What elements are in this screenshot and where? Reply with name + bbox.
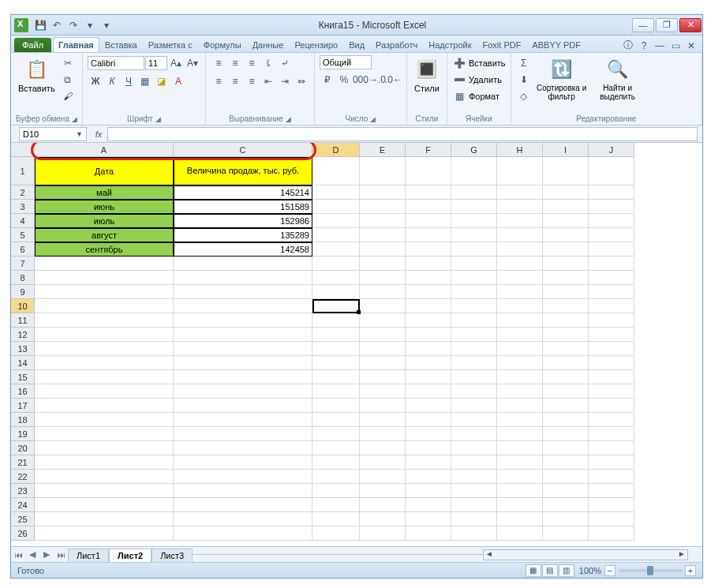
- cell-J4[interactable]: [589, 214, 634, 228]
- cell-C19[interactable]: [174, 427, 312, 441]
- cell-J1[interactable]: [589, 157, 634, 185]
- cell-C6[interactable]: 142458: [174, 242, 312, 257]
- cell-A6[interactable]: сентябрь: [35, 242, 174, 257]
- cell-G11[interactable]: [451, 313, 497, 328]
- cell-A15[interactable]: [35, 370, 174, 384]
- qat-more-2[interactable]: ▾: [99, 18, 114, 32]
- cell-D18[interactable]: [312, 413, 360, 427]
- sheet-tab-Лист2[interactable]: Лист2: [109, 549, 152, 562]
- ribbon-tab-5[interactable]: Рецензиро: [289, 37, 343, 52]
- percent-button[interactable]: %: [336, 72, 352, 88]
- cell-E2[interactable]: [360, 185, 406, 200]
- cell-G5[interactable]: [451, 228, 497, 242]
- row-header-15[interactable]: 15: [11, 370, 35, 384]
- cell-J20[interactable]: [589, 441, 634, 455]
- cell-H13[interactable]: [497, 342, 543, 356]
- cell-J23[interactable]: [589, 484, 634, 498]
- cell-D5[interactable]: [312, 228, 360, 242]
- cell-F4[interactable]: [406, 214, 451, 228]
- ribbon-tab-7[interactable]: Разработч: [370, 37, 423, 52]
- cell-F21[interactable]: [406, 455, 451, 470]
- cell-H14[interactable]: [497, 356, 543, 370]
- cell-I4[interactable]: [543, 214, 589, 228]
- zoom-in-button[interactable]: +: [685, 565, 696, 576]
- file-tab[interactable]: Файл: [14, 38, 51, 52]
- cell-H24[interactable]: [497, 498, 543, 512]
- dialog-launcher-icon[interactable]: ◢: [370, 115, 376, 123]
- cell-F18[interactable]: [406, 413, 451, 427]
- cell-J6[interactable]: [589, 242, 634, 257]
- cell-A4[interactable]: июль: [35, 214, 174, 228]
- cell-C23[interactable]: [174, 484, 312, 498]
- cell-C26[interactable]: [174, 526, 312, 541]
- ribbon-tab-2[interactable]: Разметка с: [143, 37, 198, 52]
- cell-J25[interactable]: [589, 512, 634, 526]
- cell-A17[interactable]: [35, 399, 174, 413]
- cell-G16[interactable]: [451, 384, 497, 399]
- cell-F10[interactable]: [406, 299, 451, 313]
- cell-G7[interactable]: [451, 257, 497, 271]
- cell-I25[interactable]: [543, 512, 589, 526]
- sheet-tab-Лист3[interactable]: Лист3: [152, 549, 193, 562]
- shrink-font-button[interactable]: A▾: [185, 55, 200, 71]
- cell-C2[interactable]: 145214: [174, 185, 312, 200]
- cell-D24[interactable]: [312, 498, 360, 512]
- ribbon-tab-3[interactable]: Формулы: [198, 37, 247, 52]
- row-header-10[interactable]: 10: [11, 299, 35, 313]
- cut-button[interactable]: ✂: [60, 55, 76, 71]
- cell-E25[interactable]: [360, 512, 406, 526]
- cell-D22[interactable]: [312, 470, 360, 484]
- cell-G9[interactable]: [451, 285, 497, 299]
- row-header-14[interactable]: 14: [11, 356, 35, 370]
- align-bottom-button[interactable]: ≡: [244, 55, 260, 71]
- cell-D10[interactable]: [312, 299, 360, 313]
- align-center-button[interactable]: ≡: [227, 73, 243, 89]
- fx-button[interactable]: fx: [90, 129, 107, 139]
- fill-button[interactable]: ⬇: [516, 72, 532, 88]
- cell-J8[interactable]: [589, 271, 634, 285]
- cell-J9[interactable]: [589, 285, 634, 299]
- tab-nav-next[interactable]: ▶: [39, 549, 54, 560]
- cell-D14[interactable]: [312, 356, 360, 370]
- cell-J26[interactable]: [589, 526, 634, 541]
- cell-C16[interactable]: [174, 384, 312, 399]
- zoom-slider[interactable]: [619, 569, 682, 572]
- cell-G8[interactable]: [451, 271, 497, 285]
- cell-F14[interactable]: [406, 356, 451, 370]
- cell-H2[interactable]: [497, 185, 543, 200]
- cell-C1[interactable]: Величина продаж, тыс. руб.: [174, 157, 312, 185]
- view-pagebreak-button[interactable]: ▥: [559, 564, 574, 577]
- cell-C11[interactable]: [174, 313, 312, 328]
- cell-G26[interactable]: [451, 526, 497, 541]
- cell-J5[interactable]: [589, 228, 634, 242]
- cell-I3[interactable]: [543, 200, 589, 214]
- cell-I12[interactable]: [543, 328, 589, 342]
- row-header-20[interactable]: 20: [11, 441, 35, 455]
- cell-C4[interactable]: 152986: [174, 214, 312, 228]
- cell-I20[interactable]: [543, 441, 589, 455]
- cell-H22[interactable]: [497, 470, 543, 484]
- cell-J24[interactable]: [589, 498, 634, 512]
- cell-A2[interactable]: май: [35, 185, 174, 200]
- cell-C13[interactable]: [174, 342, 312, 356]
- sheet-tab-Лист1[interactable]: Лист1: [68, 549, 109, 562]
- column-header-G[interactable]: G: [451, 143, 497, 157]
- decrease-decimal-button[interactable]: .0←: [386, 72, 402, 88]
- cell-D8[interactable]: [312, 271, 360, 285]
- cell-J13[interactable]: [589, 342, 634, 356]
- autosum-button[interactable]: Σ: [516, 55, 532, 71]
- cell-F24[interactable]: [406, 498, 451, 512]
- cell-A10[interactable]: [35, 299, 174, 313]
- orientation-button[interactable]: ⤹: [260, 55, 276, 71]
- row-header-11[interactable]: 11: [11, 313, 35, 328]
- cell-H20[interactable]: [497, 441, 543, 455]
- qat-more-1[interactable]: ▾: [83, 18, 97, 32]
- cell-D11[interactable]: [312, 313, 360, 328]
- cell-J21[interactable]: [589, 455, 634, 470]
- format-painter-button[interactable]: 🖌: [60, 88, 76, 104]
- grow-font-button[interactable]: A▴: [168, 55, 184, 71]
- cell-styles-button[interactable]: 🔳 Стили: [412, 55, 442, 95]
- cell-E14[interactable]: [360, 356, 406, 370]
- cell-E18[interactable]: [360, 413, 406, 427]
- fill-color-button[interactable]: ◪: [154, 73, 170, 89]
